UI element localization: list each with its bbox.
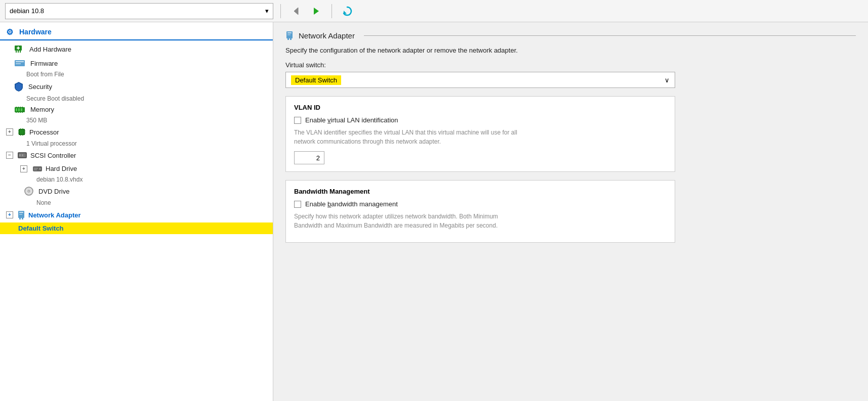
virtual-switch-label-text: Virtual switch: (285, 61, 326, 69)
svg-marker-0 (294, 8, 298, 15)
vlan-checkbox-label: Enable virtual LAN identification (305, 116, 398, 124)
sidebar-item-memory[interactable]: Memory (0, 103, 273, 116)
sidebar-item-boot-from-file[interactable]: Boot from File (0, 70, 273, 79)
back-button[interactable] (288, 3, 304, 19)
svg-rect-52 (290, 38, 292, 40)
refresh-icon (342, 6, 353, 17)
vlan-number-input[interactable] (294, 151, 324, 164)
vlan-checkbox[interactable] (294, 117, 301, 124)
svg-rect-21 (22, 111, 23, 113)
firmware-icon (14, 59, 25, 67)
svg-rect-15 (18, 107, 19, 108)
scsi-expand-icon: − (6, 152, 13, 159)
scsi-label: SCSI Controller (30, 152, 76, 159)
panel-header: Network Adapter (285, 30, 856, 40)
sidebar-item-scsi[interactable]: − SCSI Controller (0, 148, 273, 162)
svg-point-39 (39, 168, 41, 170)
vm-selector[interactable]: debian 10.8 ▾ (5, 3, 273, 19)
vlan-section: VLAN ID Enable virtual LAN identificatio… (285, 96, 675, 172)
vlan-title: VLAN ID (294, 104, 667, 111)
network-adapter-label: Network Adapter (28, 211, 81, 219)
svg-rect-22 (16, 108, 17, 111)
svg-rect-28 (24, 130, 25, 131)
bandwidth-checkbox-row: Enable bandwidth management (294, 200, 667, 208)
play-icon (313, 7, 320, 16)
svg-rect-53 (287, 32, 292, 33)
toolbar-separator-2 (332, 4, 332, 18)
hard-drive-row[interactable]: + Hard Drive (0, 162, 273, 175)
bandwidth-helper-text: Specify how this network adapter utilize… (294, 212, 667, 230)
svg-rect-48 (19, 212, 23, 213)
svg-rect-9 (20, 51, 21, 53)
svg-rect-32 (20, 135, 21, 136)
dvd-none-label: None (36, 199, 51, 206)
sidebar-item-firmware[interactable]: Firmware (0, 57, 273, 70)
network-icon (17, 210, 25, 220)
bandwidth-checkbox-label: Enable bandwidth management (305, 200, 398, 208)
panel-description: Specify the configuration of the network… (285, 47, 856, 54)
add-hw-icon (14, 44, 24, 54)
svg-marker-2 (344, 11, 347, 14)
sidebar-item-secure-boot: Secure Boot disabled (0, 94, 273, 103)
sidebar-item-default-switch[interactable]: Default Switch (0, 222, 273, 234)
sidebar-item-dvd[interactable]: DVD Drive (0, 184, 273, 198)
svg-rect-26 (18, 130, 19, 131)
sidebar-hardware-header: ⚙ Hardware (0, 24, 273, 40)
virtual-switch-chevron: ∨ (665, 76, 670, 84)
virtual-switch-select[interactable]: Default Switch ∨ (285, 72, 675, 88)
security-label: Security (28, 83, 52, 91)
svg-rect-54 (287, 34, 291, 35)
refresh-button[interactable] (339, 3, 355, 19)
sidebar-item-dvd-none: None (0, 198, 273, 207)
processor-label: Processor (29, 128, 59, 136)
security-icon (14, 81, 23, 92)
toolbar-separator (280, 4, 281, 18)
svg-rect-19 (18, 111, 19, 113)
sidebar-section-title: Hardware (19, 28, 52, 36)
svg-rect-20 (20, 111, 21, 113)
sidebar-item-processor-val: 1 Virtual processor (0, 139, 273, 148)
svg-rect-27 (18, 132, 19, 133)
svg-rect-25 (19, 129, 24, 135)
bandwidth-checkbox[interactable] (294, 201, 301, 208)
add-hardware-label: Add Hardware (29, 46, 71, 53)
svg-rect-36 (19, 154, 21, 156)
scsi-icon (17, 151, 27, 160)
boot-from-file-label: Boot from File (26, 71, 64, 78)
processor-icon (17, 127, 26, 137)
svg-rect-11 (16, 61, 24, 62)
svg-rect-37 (22, 154, 23, 156)
hard-drive-label: Hard Drive (46, 165, 77, 172)
svg-rect-41 (34, 169, 37, 170)
vhdx-label: debian 10.8.vhdx (36, 176, 82, 183)
firmware-label: Firmware (30, 60, 58, 67)
vlan-helper-text: The VLAN identifier specifies the virtua… (294, 128, 667, 146)
processor-value-label: 1 Virtual processor (26, 140, 77, 147)
right-panel: Network Adapter Specify the configuratio… (273, 22, 868, 401)
play-button[interactable] (308, 3, 324, 19)
sidebar-item-processor[interactable]: + Processor (0, 125, 273, 139)
svg-rect-7 (16, 51, 17, 53)
memory-icon (14, 106, 25, 113)
sidebar-item-add-hardware[interactable]: Add Hardware (0, 41, 273, 57)
svg-point-44 (28, 191, 29, 192)
svg-rect-30 (20, 128, 21, 129)
svg-rect-31 (22, 128, 23, 129)
svg-rect-17 (22, 107, 23, 108)
svg-rect-8 (18, 51, 19, 53)
svg-rect-47 (22, 218, 23, 219)
back-icon (293, 7, 299, 16)
vm-name: debian 10.8 (10, 7, 44, 15)
svg-rect-49 (19, 214, 22, 215)
svg-rect-23 (18, 108, 20, 111)
svg-rect-24 (21, 108, 22, 111)
panel-network-icon (285, 30, 294, 40)
processor-expand-icon: + (6, 128, 13, 136)
svg-rect-29 (24, 132, 25, 133)
harddrive-icon (32, 165, 43, 172)
sidebar-item-security[interactable]: Security (0, 79, 273, 94)
memory-label: Memory (30, 106, 54, 113)
sidebar-item-network-adapter[interactable]: + Network Adapter (0, 207, 273, 222)
bandwidth-title: Bandwidth Management (294, 188, 667, 195)
virtual-switch-label: Virtual switch: (285, 61, 856, 69)
